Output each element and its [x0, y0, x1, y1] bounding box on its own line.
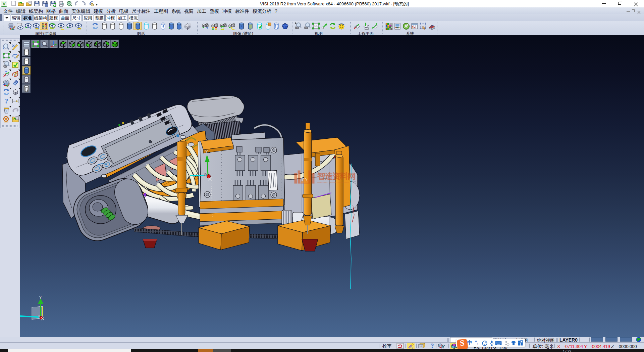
svg-text:?: ? — [5, 97, 8, 105]
svg-text:1:1: 1:1 — [314, 25, 318, 27]
svg-text:?: ? — [431, 343, 434, 349]
svg-text:智造资料网: 智造资料网 — [317, 172, 355, 181]
svg-text:INTELLIGENT MANUFACTURING DATA: INTELLIGENT MANUFACTURING DATA — [317, 182, 349, 183]
svg-text:V: V — [3, 1, 6, 6]
svg-text:10: 10 — [419, 345, 422, 348]
svg-text:Y: Y — [39, 295, 42, 300]
svg-text:7: 7 — [507, 343, 509, 346]
svg-text:Y: Y — [205, 149, 208, 154]
